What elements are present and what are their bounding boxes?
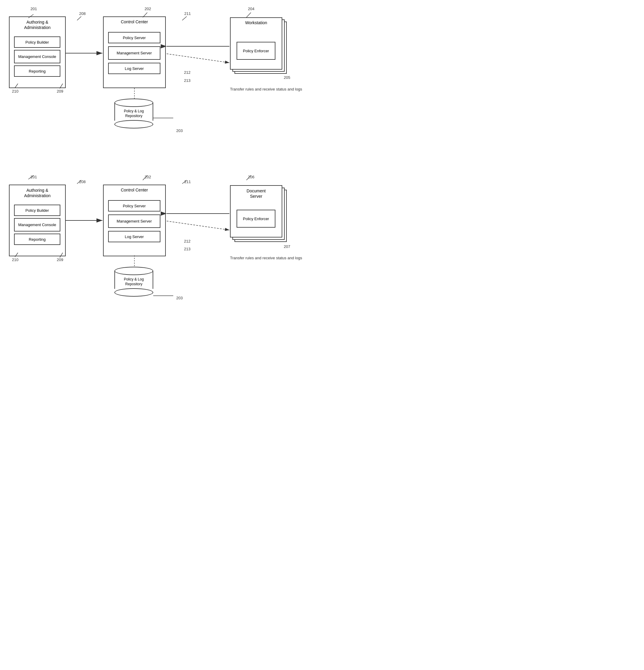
bot-cylinder-bottom bbox=[115, 288, 153, 297]
top-policy-server-label: Policy Server bbox=[123, 36, 146, 40]
label-210-bot: 210 bbox=[12, 257, 18, 262]
top-mgmt-console-label: Management Console bbox=[18, 54, 56, 59]
top-mgmt-console-box: Management Console bbox=[14, 50, 61, 63]
label-206-bot: 206 bbox=[248, 175, 255, 179]
top-cc-title: Control Center bbox=[104, 19, 165, 24]
label-211-top: 211 bbox=[184, 11, 191, 16]
bot-annotation: Transfer rules and receive status and lo… bbox=[230, 255, 302, 261]
label-207-bot: 207 bbox=[284, 244, 290, 249]
bot-mgmt-server-label: Management Server bbox=[117, 219, 152, 224]
top-cc-box: Control Center Policy Server Management … bbox=[103, 16, 166, 88]
bot-auth-box: Authoring & Administration Policy Builde… bbox=[9, 185, 66, 256]
label-209-bot: 209 bbox=[57, 257, 63, 262]
top-repo: Policy & Log Repository bbox=[115, 98, 153, 129]
label-208-top: 208 bbox=[79, 11, 86, 16]
bot-auth-title: Authoring & Administration bbox=[10, 188, 65, 198]
label-213-bot: 213 bbox=[184, 247, 191, 251]
top-policy-server-box: Policy Server bbox=[108, 32, 160, 43]
top-mgmt-server-box: Management Server bbox=[108, 46, 160, 60]
bot-log-server-label: Log Server bbox=[125, 234, 144, 239]
top-reporting-label: Reporting bbox=[29, 69, 45, 73]
bot-cylinder-top bbox=[115, 267, 153, 275]
top-policy-enforcer-box: Policy Enforcer bbox=[237, 42, 276, 60]
diagram-container: 201 208 202 211 204 210 209 212 213 203 … bbox=[0, 0, 322, 335]
label-209-top: 209 bbox=[57, 89, 63, 94]
top-cylinder-bottom bbox=[115, 120, 153, 129]
top-mgmt-server-label: Management Server bbox=[117, 51, 152, 55]
top-reporting-box: Reporting bbox=[14, 65, 61, 77]
label-204-top: 204 bbox=[248, 6, 255, 11]
bot-policy-server-box: Policy Server bbox=[108, 200, 160, 212]
label-203-top: 203 bbox=[176, 129, 183, 133]
bot-cc-title: Control Center bbox=[104, 188, 165, 192]
bot-mgmt-console-box: Management Console bbox=[14, 218, 61, 231]
bot-policy-server-label: Policy Server bbox=[123, 204, 146, 208]
svg-line-13 bbox=[246, 13, 251, 17]
bot-ds-title: Document Server bbox=[231, 188, 282, 199]
top-ws-title: Workstation bbox=[231, 20, 282, 25]
bot-mgmt-server-box: Management Server bbox=[108, 214, 160, 228]
bot-reporting-label: Reporting bbox=[29, 237, 45, 242]
bot-policy-enforcer-label: Policy Enforcer bbox=[243, 217, 269, 221]
svg-line-12 bbox=[182, 16, 187, 20]
label-205-top: 205 bbox=[284, 75, 290, 80]
svg-line-6 bbox=[167, 54, 229, 63]
label-213-top: 213 bbox=[184, 78, 191, 83]
top-log-server-box: Log Server bbox=[108, 63, 160, 74]
label-212-top: 212 bbox=[184, 70, 191, 75]
label-211-bot: 211 bbox=[184, 179, 191, 184]
label-202-top: 202 bbox=[145, 6, 151, 11]
bot-mgmt-console-label: Management Console bbox=[18, 223, 56, 227]
bot-log-server-box: Log Server bbox=[108, 231, 160, 242]
top-policy-enforcer-label: Policy Enforcer bbox=[243, 49, 269, 53]
label-203-bot: 203 bbox=[176, 296, 183, 300]
label-202-bot: 202 bbox=[145, 175, 151, 179]
bot-policy-enforcer-box: Policy Enforcer bbox=[237, 210, 276, 228]
top-policy-builder-label: Policy Builder bbox=[25, 40, 49, 44]
label-201-bot: 201 bbox=[30, 175, 37, 179]
bot-ds-box: Document Server Policy Enforcer bbox=[230, 185, 282, 238]
bot-policy-builder-label: Policy Builder bbox=[25, 208, 49, 213]
bot-reporting-box: Reporting bbox=[14, 233, 61, 245]
top-cylinder-top bbox=[115, 98, 153, 107]
label-212-bot: 212 bbox=[184, 239, 191, 243]
label-201-top: 201 bbox=[30, 6, 37, 11]
top-annotation: Transfer rules and receive status and lo… bbox=[230, 86, 302, 92]
top-log-server-label: Log Server bbox=[125, 66, 144, 71]
svg-line-21 bbox=[167, 221, 229, 230]
bot-policy-builder-box: Policy Builder bbox=[14, 205, 61, 216]
bot-cc-box: Control Center Policy Server Management … bbox=[103, 185, 166, 256]
svg-line-10 bbox=[77, 16, 81, 20]
top-auth-box: Authoring & Administration Policy Builde… bbox=[9, 16, 66, 88]
label-210-top: 210 bbox=[12, 89, 18, 94]
label-208-bot: 208 bbox=[79, 179, 86, 184]
bot-repo: Policy & Log Repository bbox=[115, 267, 153, 297]
top-ws-box: Workstation Policy Enforcer bbox=[230, 17, 282, 70]
top-policy-builder-box: Policy Builder bbox=[14, 37, 61, 48]
top-auth-title: Authoring & Administration bbox=[10, 19, 65, 30]
